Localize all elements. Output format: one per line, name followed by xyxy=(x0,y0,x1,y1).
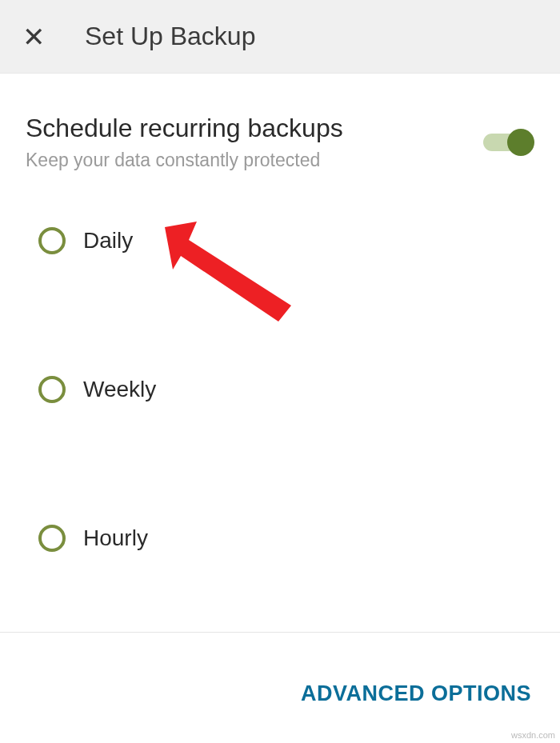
watermark: wsxdn.com xyxy=(511,730,555,740)
schedule-toggle-row: Schedule recurring backups Keep your dat… xyxy=(26,114,534,171)
option-label: Weekly xyxy=(83,377,156,402)
footer-divider xyxy=(0,632,560,633)
option-label: Hourly xyxy=(83,525,148,551)
radio-icon xyxy=(38,376,66,403)
option-label: Daily xyxy=(83,228,133,254)
radio-icon xyxy=(38,525,66,552)
advanced-options-button[interactable]: ADVANCED OPTIONS xyxy=(301,681,531,706)
app-header: ✕ Set Up Backup xyxy=(0,0,560,74)
page-title: Set Up Backup xyxy=(85,22,255,51)
schedule-title: Schedule recurring backups xyxy=(26,114,343,143)
radio-icon xyxy=(38,227,66,254)
close-icon[interactable]: ✕ xyxy=(22,23,45,50)
main-content: Schedule recurring backups Keep your dat… xyxy=(0,74,560,552)
schedule-text-block: Schedule recurring backups Keep your dat… xyxy=(26,114,343,171)
option-hourly[interactable]: Hourly xyxy=(38,525,534,552)
schedule-toggle[interactable] xyxy=(483,128,534,157)
toggle-knob xyxy=(507,129,534,156)
option-weekly[interactable]: Weekly xyxy=(38,376,534,403)
option-daily[interactable]: Daily xyxy=(38,227,534,254)
footer: ADVANCED OPTIONS xyxy=(301,681,531,706)
frequency-options: Daily Weekly Hourly xyxy=(26,227,534,552)
schedule-subtitle: Keep your data constantly protected xyxy=(26,150,343,171)
